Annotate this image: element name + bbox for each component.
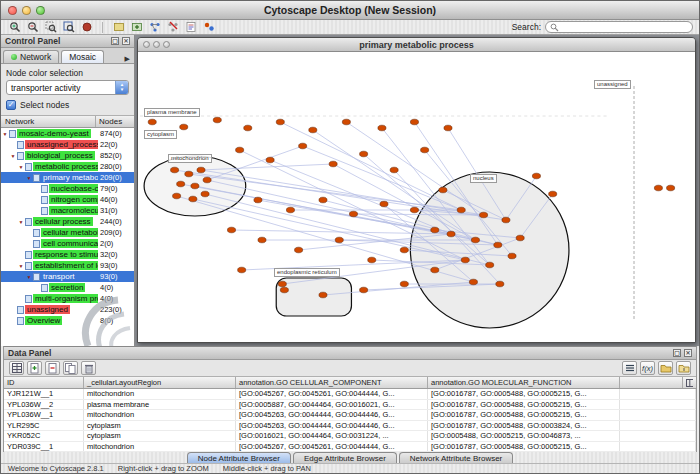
column-control-icon[interactable] (683, 377, 696, 388)
graph-node[interactable] (447, 231, 455, 237)
tab-scroll-right-icon[interactable]: ▶ (123, 55, 132, 63)
search-input[interactable] (561, 22, 688, 32)
select-attributes-button[interactable] (9, 361, 24, 375)
graph-node[interactable] (238, 267, 246, 273)
table-row[interactable]: YJR121W__1mitochondrion[GO:0045267, GO:0… (4, 389, 696, 400)
graph-node[interactable] (532, 173, 540, 179)
frame-close-button[interactable] (143, 41, 150, 48)
function-builder-button[interactable]: f(x) (640, 361, 655, 375)
show-graphics-details-button[interactable] (79, 21, 94, 34)
graph-node[interactable] (258, 237, 266, 243)
table-cell[interactable]: plasma membrane (84, 400, 236, 410)
graph-edge[interactable] (346, 122, 483, 215)
table-cell[interactable]: [GO:0045267, GO:0045261, GO:0044444, G..… (236, 389, 428, 399)
graph-node[interactable] (471, 237, 479, 243)
float-data-panel-icon[interactable]: ▢ (673, 349, 681, 357)
table-cell[interactable]: [GO:0005488, GO:0005215, GO:0046873, ... (428, 431, 620, 441)
graph-node[interactable] (276, 119, 284, 125)
expander-icon[interactable]: ▼ (1, 131, 9, 137)
graph-node[interactable] (390, 167, 398, 173)
graph-node[interactable] (431, 267, 439, 273)
graph-node[interactable] (319, 197, 327, 203)
graph-node[interactable] (280, 287, 288, 293)
zoom-selected-region-button[interactable] (43, 21, 58, 34)
tab-network-attribute-browser[interactable]: Network Attribute Browser (399, 452, 513, 463)
graph-node[interactable] (244, 125, 252, 131)
tree-row-cell-communication[interactable]: cell communication2(0) (1, 238, 134, 249)
graph-node[interactable] (295, 247, 303, 253)
frame-minimize-button[interactable] (153, 41, 160, 48)
table-cell[interactable]: [GO:0016787, GO:0005488, GO:0005215, G..… (428, 410, 620, 420)
expander-icon[interactable]: ▼ (25, 175, 33, 181)
table-cell[interactable]: [GO:0016021, GO:0044464, GO:0031224, ... (236, 431, 428, 441)
table-cell[interactable]: [GO:0016787, GO:0005488, GO:0005215, G..… (428, 389, 620, 399)
table-row[interactable]: YPL036W__2plasma membrane[GO:0005887, GO… (4, 400, 696, 411)
annotation-button[interactable] (183, 21, 198, 34)
graph-node[interactable] (227, 227, 235, 233)
table-cell[interactable]: YLR295C (4, 421, 84, 431)
table-cell[interactable]: [GO:0016787, GO:0005488, GO:0005215, G..… (428, 400, 620, 410)
close-data-panel-icon[interactable]: ✕ (684, 349, 692, 357)
graph-node[interactable] (439, 187, 447, 193)
graph-node[interactable] (368, 257, 376, 263)
table-cell[interactable]: mitochondrion (84, 410, 236, 420)
zoom-out-button[interactable] (25, 21, 40, 34)
graph-node[interactable] (197, 167, 205, 173)
graph-node[interactable] (360, 287, 368, 293)
graph-node[interactable] (309, 127, 317, 133)
tab-edge-attribute-browser[interactable]: Edge Attribute Browser (293, 452, 397, 463)
hide-selected-button[interactable] (111, 21, 126, 34)
column-header-cellular-component[interactable]: annotation.GO CELLULAR_COMPONENT (236, 377, 428, 388)
float-panel-icon[interactable]: ▢ (111, 37, 119, 45)
table-cell[interactable]: mitochondrion (84, 442, 236, 452)
table-cell[interactable]: YJR121W__1 (4, 389, 84, 399)
graph-node[interactable] (254, 197, 262, 203)
graph-node[interactable] (480, 212, 488, 218)
table-cell[interactable]: YPL036W__1 (4, 410, 84, 420)
graph-node[interactable] (171, 167, 179, 173)
tab-mosaic[interactable]: Mosaic (61, 50, 104, 63)
table-cell[interactable]: [GO:0016787, GO:0005488, GO:0005215, G..… (428, 442, 620, 452)
table-cell[interactable]: [GO:0005887, GO:0044464, GO:0016021, G..… (236, 400, 428, 410)
graph-node[interactable] (431, 227, 439, 233)
graph-node[interactable] (266, 157, 274, 163)
graph-node[interactable] (410, 119, 418, 125)
tree-row-metabolic-process[interactable]: ▼metabolic process280(0) (1, 161, 134, 172)
table-cell[interactable]: [GO:0045267, GO:0045261, GO:0044444, G..… (236, 442, 428, 452)
tree-row-macromolecule-metab[interactable]: macromolecule metab31(0) (1, 205, 134, 216)
graph-node[interactable] (516, 235, 524, 241)
graph-node[interactable] (486, 262, 494, 268)
graph-node[interactable] (410, 207, 418, 213)
graph-node[interactable] (180, 124, 188, 130)
zoom-fit-button[interactable] (61, 21, 76, 34)
graph-node[interactable] (286, 207, 294, 213)
graph-node[interactable] (508, 253, 516, 259)
expander-icon[interactable]: ▼ (25, 274, 33, 280)
destroy-network-view-button[interactable] (165, 21, 180, 34)
endoplasmic-reticulum-region[interactable] (276, 278, 351, 316)
graph-node[interactable] (191, 183, 199, 189)
export-attributes-button[interactable] (676, 361, 691, 375)
graph-node[interactable] (549, 191, 557, 197)
graph-node[interactable] (185, 171, 193, 177)
table-cell[interactable]: [GO:0045263, GO:0044444, GO:0044446, G..… (236, 421, 428, 431)
graph-node[interactable] (213, 117, 221, 123)
nucleus-region[interactable] (410, 172, 569, 328)
expander-icon[interactable]: ▼ (17, 164, 25, 170)
column-header-molecular-function[interactable]: annotation.GO MOLECULAR_FUNCTION (428, 377, 620, 388)
graph-node[interactable] (667, 185, 675, 191)
delete-attribute-button[interactable] (45, 361, 60, 375)
table-row[interactable]: YLR295Ccytoplasm[GO:0045263, GO:0044444,… (4, 421, 696, 432)
graph-node[interactable] (203, 177, 211, 183)
graph-node[interactable] (461, 257, 469, 263)
minimize-window-button[interactable] (22, 6, 31, 15)
graph-node[interactable] (319, 292, 327, 298)
graph-node[interactable] (654, 185, 662, 191)
table-cell[interactable]: cytoplasm (84, 431, 236, 441)
tree-row-nucleobase-containing[interactable]: nucleobase-containing79(0) (1, 183, 134, 194)
tree-row-primary-metabolic-proc[interactable]: ▼primary metabolic proc209(0) (1, 172, 134, 183)
graph-node[interactable] (457, 207, 465, 213)
unhide-all-button[interactable] (129, 21, 144, 34)
column-header-region[interactable]: _cellularLayoutRegion (84, 377, 236, 388)
table-cell[interactable]: cytoplasm (84, 421, 236, 431)
